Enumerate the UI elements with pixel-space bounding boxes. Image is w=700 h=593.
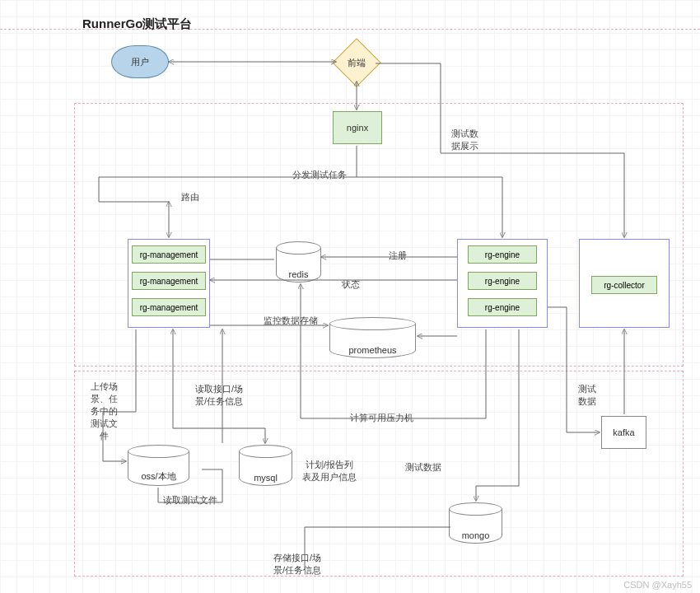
test-data-display-label: 测试数 据展示 [451,128,478,152]
upload-files-label: 上传场 景、任 务中的 测试文 件 [84,381,124,442]
mysql-node: mysql [239,445,292,486]
nginx-label: nginx [347,123,368,133]
redis-node: redis [276,241,321,282]
test-data-kafka-label: 测试 数据 [578,383,596,408]
nginx-node: nginx [333,111,382,144]
test-data-mongo-label: 测试数据 [405,461,441,474]
user-node: 用户 [111,45,169,78]
register-label: 注册 [389,250,407,262]
rg-management-3: rg-management [132,298,206,316]
read-test-files-label: 读取测试文件 [163,494,217,507]
frontend-label: 前端 [348,57,366,69]
prometheus-node: prometheus [329,317,416,358]
kafka-label: kafka [613,427,634,437]
rg-engine-2: rg-engine [468,272,537,290]
store-api-scene-label: 存储接口/场 景/任务信息 [273,552,321,577]
rg-management-1: rg-management [132,245,206,264]
mysql-label: mysql [239,473,292,483]
rg-collector-item: rg-collector [591,276,657,294]
oss-label: oss/本地 [128,470,189,483]
mongo-label: mongo [449,530,502,540]
rg-management-2: rg-management [132,272,206,290]
route-label: 路由 [181,191,199,203]
plan-report-label: 计划/报告列 表及用户信息 [302,459,357,483]
mongo-node: mongo [449,502,502,544]
prometheus-label: prometheus [329,345,416,355]
watermark: CSDN @Xayh55 [623,580,692,590]
user-label: 用户 [131,56,149,68]
oss-node: oss/本地 [128,445,189,486]
diagram-canvas: RunnerGo测试平台 用户 前端 nginx rg-management r… [0,0,700,593]
compute-pressure-label: 计算可用压力机 [350,412,413,424]
rg-engine-1: rg-engine [468,245,537,264]
dispatch-label: 分发测试任务 [292,169,347,181]
redis-label: redis [276,269,321,279]
diagram-title: RunnerGo测试平台 [82,16,192,32]
rg-engine-3: rg-engine [468,298,537,316]
monitor-store-label: 监控数据存储 [264,315,318,327]
kafka-node: kafka [601,416,646,449]
read-api-scene-label: 读取接口/场 景/任务信息 [195,383,243,408]
state-label: 状态 [342,278,360,291]
